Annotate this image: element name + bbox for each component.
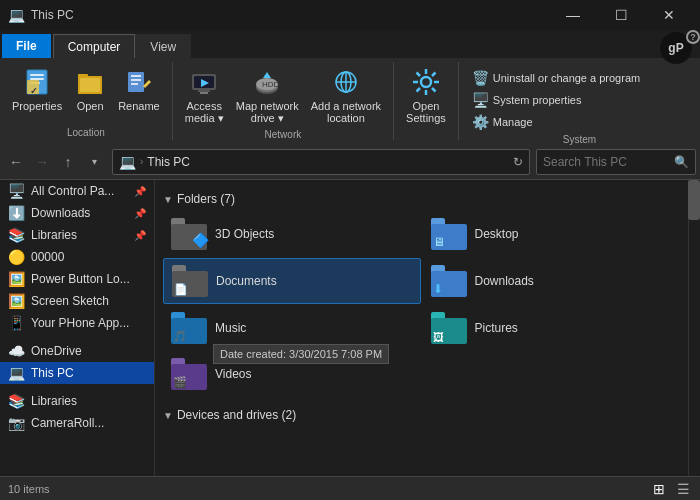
add-network-location-icon [330, 66, 362, 98]
ribbon-group-network: Accessmedia ▾ HDD Map networkdrive ▾ [173, 62, 394, 140]
sidebar-item-this-pc[interactable]: 💻 This PC [0, 362, 154, 384]
sidebar-item-camera-roll[interactable]: 📷 CameraRoll... [0, 412, 154, 434]
sidebar-item-power-button[interactable]: 🖼️ Power Button Lo... [0, 268, 154, 290]
help-icon[interactable]: ? [686, 30, 700, 44]
scrollbar-thumb[interactable] [688, 180, 700, 220]
sidebar-item-libraries2[interactable]: 📚 Libraries [0, 390, 154, 412]
folder-item-pictures[interactable]: 🖼 Pictures [423, 306, 681, 350]
scrollbar[interactable] [688, 180, 700, 476]
back-button[interactable]: ← [4, 150, 28, 174]
uninstall-program-button[interactable]: 🗑️ Uninstall or change a program [467, 68, 646, 88]
sidebar-item-libraries[interactable]: 📚 Libraries 📌 [0, 224, 154, 246]
svg-rect-2 [30, 78, 44, 80]
forward-button[interactable]: → [30, 150, 54, 174]
svg-text:✓: ✓ [30, 86, 38, 96]
view-list-button[interactable]: ☰ [675, 481, 692, 497]
sidebar-item-screen-sketch[interactable]: 🖼️ Screen Sketch [0, 290, 154, 312]
map-network-drive-button[interactable]: HDD Map networkdrive ▾ [232, 64, 303, 127]
sidebar-label-this-pc: This PC [31, 366, 74, 380]
maximize-button[interactable]: ☐ [598, 0, 644, 30]
refresh-button[interactable]: ↻ [513, 155, 523, 169]
map-network-drive-label: Map networkdrive ▾ [236, 100, 299, 125]
title-bar: 💻 This PC — ☐ ✕ [0, 0, 700, 30]
sidebar-item-00000[interactable]: 🟡 00000 [0, 246, 154, 268]
address-icon: 💻 [119, 154, 136, 170]
sidebar-item-onedrive[interactable]: ☁️ OneDrive [0, 340, 154, 362]
open-button[interactable]: Open [70, 64, 110, 114]
libraries2-icon: 📚 [8, 393, 25, 409]
power-button-icon: 🖼️ [8, 271, 25, 287]
access-media-icon [188, 66, 220, 98]
folder-icon-videos: 🎬 [171, 358, 207, 390]
folder-icon-pictures: 🖼 [431, 312, 467, 344]
address-bar[interactable]: 💻 › This PC ↻ [112, 149, 530, 175]
properties-button[interactable]: ✓ Properties [8, 64, 66, 114]
folder-icon-3d-objects: 🔷 [171, 218, 207, 250]
manage-button[interactable]: ⚙️ Manage [467, 112, 539, 132]
folder-item-downloads[interactable]: ⬇ Downloads [423, 258, 681, 304]
system-properties-label: System properties [493, 94, 582, 106]
folder-item-documents[interactable]: 📄 Documents [163, 258, 421, 304]
tab-computer[interactable]: Computer [53, 34, 136, 58]
system-properties-button[interactable]: 🖥️ System properties [467, 90, 588, 110]
tab-view[interactable]: View [135, 34, 191, 58]
svg-line-33 [432, 73, 436, 77]
sidebar-label-libraries: Libraries [31, 228, 77, 242]
view-grid-button[interactable]: ⊞ [651, 481, 667, 497]
svg-rect-16 [198, 90, 210, 92]
title-bar-controls: — ☐ ✕ [550, 0, 692, 30]
folder-icon-documents: 📄 [172, 265, 208, 297]
rename-button[interactable]: Rename [114, 64, 164, 114]
search-bar[interactable]: 🔍 [536, 149, 696, 175]
add-network-location-label: Add a networklocation [311, 100, 381, 124]
folder-name-documents: Documents [216, 274, 277, 288]
screen-sketch-icon: 🖼️ [8, 293, 25, 309]
settings-group-label [402, 136, 450, 138]
onedrive-icon: ☁️ [8, 343, 25, 359]
manage-icon: ⚙️ [473, 114, 489, 130]
libraries-icon: 📚 [8, 227, 25, 243]
this-pc-icon: 💻 [8, 365, 25, 381]
sidebar-item-your-phone[interactable]: 📱 Your PHone App... [0, 312, 154, 334]
up-button[interactable]: ↑ [56, 150, 80, 174]
pin-icon-libraries: 📌 [134, 230, 146, 241]
nav-bar: ← → ↑ ▾ 💻 › This PC ↻ 🔍 [0, 144, 700, 180]
recent-locations-button[interactable]: ▾ [82, 150, 106, 174]
tab-file[interactable]: File [2, 34, 51, 58]
ribbon-settings-items: OpenSettings [402, 64, 450, 136]
properties-icon: ✓ [21, 66, 53, 98]
ribbon-network-items: Accessmedia ▾ HDD Map networkdrive ▾ [181, 64, 385, 127]
folder-item-desktop[interactable]: 🖥 Desktop [423, 212, 681, 256]
folder-item-3d-objects[interactable]: 🔷 3D Objects [163, 212, 421, 256]
folders-chevron[interactable]: ▼ [163, 194, 173, 205]
sidebar-label-downloads: Downloads [31, 206, 90, 220]
status-right: ⊞ ☰ [651, 481, 692, 497]
properties-label: Properties [12, 100, 62, 112]
add-network-location-button[interactable]: Add a networklocation [307, 64, 385, 126]
svg-line-32 [432, 88, 436, 92]
sidebar-item-downloads[interactable]: ⬇️ Downloads 📌 [0, 202, 154, 224]
devices-section-header: ▼ Devices and drives (2) [163, 404, 680, 428]
access-media-button[interactable]: Accessmedia ▾ [181, 64, 228, 127]
folder-item-music[interactable]: 🎵 Music Date created: 3/30/2015 7:08 PM [163, 306, 421, 350]
svg-rect-9 [128, 72, 144, 92]
system-group-label: System [467, 132, 692, 145]
sidebar-item-control-panel[interactable]: 🖥️ All Control Pa... 📌 [0, 180, 154, 202]
svg-rect-17 [200, 92, 208, 94]
downloads-icon: ⬇️ [8, 205, 25, 221]
svg-line-31 [416, 73, 420, 77]
pin-icon-control-panel: 📌 [134, 186, 146, 197]
address-arrow: › [140, 156, 143, 167]
sidebar-label-camera-roll: CameraRoll... [31, 416, 104, 430]
svg-rect-1 [30, 74, 44, 76]
open-settings-button[interactable]: OpenSettings [402, 64, 450, 126]
svg-line-34 [416, 88, 420, 92]
devices-chevron[interactable]: ▼ [163, 410, 173, 421]
folder-item-videos[interactable]: 🎬 Videos [163, 352, 421, 396]
folder-icon-downloads: ⬇ [431, 265, 467, 297]
search-input[interactable] [543, 155, 670, 169]
minimize-button[interactable]: — [550, 0, 596, 30]
close-button[interactable]: ✕ [646, 0, 692, 30]
access-media-label: Accessmedia ▾ [185, 100, 224, 125]
title-bar-left: 💻 This PC [8, 7, 74, 23]
